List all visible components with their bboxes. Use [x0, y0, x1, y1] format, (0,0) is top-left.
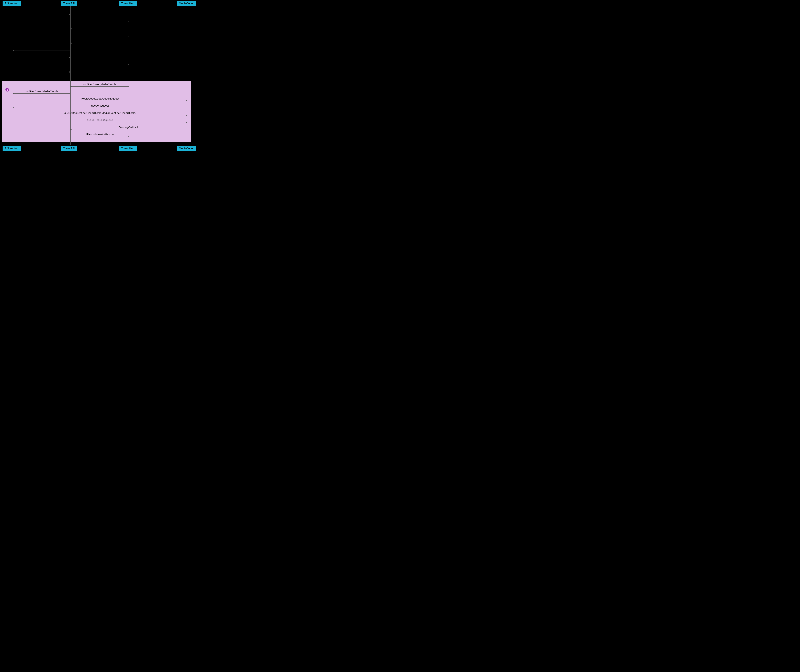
msg-label: DestroyCallback	[70, 126, 187, 129]
msg-queue: queueRequest.queue	[13, 119, 187, 123]
msg-label: queueRequest.queue	[13, 118, 187, 122]
participant-tuner-api-top: Tuner API	[61, 1, 77, 6]
msg-queuerequest-return: queueRequest	[13, 105, 187, 109]
msg-label: onFilterEvent(MediaEvent)	[13, 90, 70, 93]
msg-s1-2	[70, 19, 129, 22]
lifeline-tuner-hal	[129, 6, 129, 145]
msg-s1-4	[70, 33, 129, 37]
msg-releaseavhandle: IFilter.releaseAvHandle	[70, 133, 129, 137]
participant-mediacodec-bottom: MediaCodec	[177, 146, 196, 151]
participant-tis-top: TIS section	[3, 1, 21, 6]
sequence-diagram: TIS section Tuner API Tuner HAL MediaCod…	[0, 0, 200, 152]
msg-s1-1	[13, 11, 70, 15]
participant-tuner-hal-bottom: Tuner HAL	[119, 146, 137, 151]
msg-onfilterevent-hal: onFilterEvent(MediaEvent)	[70, 83, 129, 87]
msg-s1-7	[13, 54, 70, 58]
participant-tis-bottom: TIS section	[3, 146, 21, 151]
msg-label: MediaCodec.getQueueRequest	[13, 97, 187, 100]
msg-label: onFilterEvent(MediaEvent)	[70, 83, 129, 86]
msg-setlinearblock: queueRequest.setLinearBlock(MediaEvent.g…	[13, 112, 187, 116]
lifeline-mediacodec	[187, 6, 187, 145]
msg-s1-9	[13, 69, 70, 73]
msg-label: queueRequest	[13, 104, 187, 107]
msg-getqueuerequest: MediaCodec.getQueueRequest	[13, 98, 187, 101]
participant-tuner-api-bottom: Tuner API	[61, 146, 77, 151]
msg-s1-6	[13, 47, 70, 51]
msg-label: IFilter.releaseAvHandle	[70, 133, 129, 136]
participant-mediacodec-top: MediaCodec	[177, 1, 196, 6]
msg-s1-3	[70, 26, 129, 29]
msg-s1-8	[70, 61, 129, 65]
msg-label: queueRequest.setLinearBlock(MediaEvent.g…	[13, 112, 187, 115]
participant-tuner-hal-top: Tuner HAL	[119, 1, 137, 6]
msg-onfilterevent-tis: onFilterEvent(MediaEvent)	[13, 90, 70, 94]
section-2-badge: 2	[5, 88, 9, 91]
msg-destroycallback: DestroyCallback	[70, 126, 187, 130]
msg-s1-5	[70, 40, 129, 44]
msg-s1-10	[70, 76, 129, 80]
